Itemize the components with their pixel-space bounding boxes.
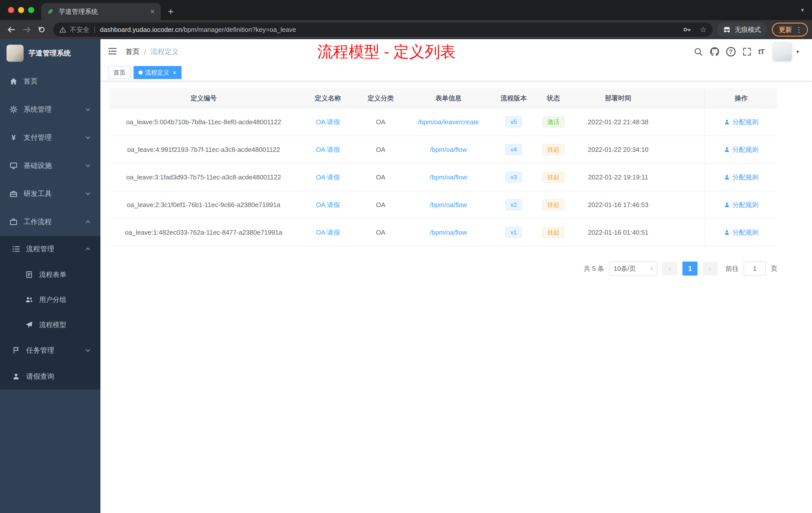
assign-rule-link[interactable]: 分配规则 <box>724 228 758 237</box>
next-page-button[interactable]: › <box>702 262 718 276</box>
table-row: oa_leave:1:482ec033-762a-11ec-8477-a2380… <box>110 219 777 246</box>
form-link[interactable]: /bpm/oa/flow <box>430 201 467 209</box>
chevron-down-icon <box>85 191 91 197</box>
sidebar-item-label: 流程管理 <box>26 244 54 254</box>
definition-name-link[interactable]: OA 请假 <box>316 201 340 209</box>
definition-name-link[interactable]: OA 请假 <box>316 118 340 126</box>
form-link[interactable]: /bpm/oa/flow <box>430 146 467 154</box>
sidebar-item-process-management[interactable]: 流程管理 <box>0 236 100 262</box>
window-zoom-button[interactable] <box>28 7 34 13</box>
password-key-icon[interactable] <box>683 25 691 34</box>
assign-rule-link[interactable]: 分配规则 <box>724 201 758 209</box>
tab-close-icon[interactable]: × <box>149 7 156 16</box>
cell-category: OA <box>358 109 403 135</box>
incognito-icon <box>723 25 731 34</box>
cell-deploy-time: 2022-01-16 01:40:51 <box>573 219 663 246</box>
cell-filler <box>663 136 704 163</box>
sidebar-item-dev-tools[interactable]: 研发工具 <box>0 180 100 208</box>
sidebar-item-home[interactable]: 首页 <box>0 67 100 95</box>
incognito-badge: 无痕模式 <box>717 23 767 37</box>
home-icon <box>9 77 18 85</box>
fullscreen-icon[interactable] <box>742 47 752 57</box>
definition-name-link[interactable]: OA 请假 <box>316 228 340 237</box>
window-close-button[interactable] <box>8 7 14 13</box>
assign-rule-label: 分配规则 <box>732 228 758 237</box>
sidebar-toggle-icon[interactable] <box>108 46 118 57</box>
status-badge: 激活 <box>542 117 564 127</box>
document-icon <box>25 271 33 279</box>
sidebar-item-label: 系统管理 <box>24 105 52 114</box>
sidebar-item-infrastructure[interactable]: 基础设施 <box>0 152 100 180</box>
help-icon[interactable]: ? <box>726 47 736 57</box>
sidebar-item-process-models[interactable]: 流程模型 <box>0 312 100 337</box>
table-row: oa_leave:5:004b710b-7b8a-11ec-8ef0-acde4… <box>110 109 777 136</box>
sidebar-item-workflow[interactable]: 工作流程 <box>0 208 100 236</box>
status-badge: 挂起 <box>542 227 564 238</box>
top-navbar: 首页 / 流程定义 流程模型 - 定义列表 ? tT ▾ <box>100 39 812 64</box>
prev-page-button[interactable]: ‹ <box>662 262 677 276</box>
page-1-button[interactable]: 1 <box>683 262 697 276</box>
column-header-filler <box>663 88 704 108</box>
cell-definition-id: oa_leave:3:1fad3d93-7b75-11ec-a3c8-acde4… <box>110 163 298 191</box>
form-link[interactable]: /bpm/oa/leave/create <box>418 118 479 126</box>
cell-filler <box>663 191 704 218</box>
definition-table: 定义编号 定义名称 定义分类 表单信息 流程版本 状态 部署时间 操作 oa_l… <box>110 88 777 246</box>
back-button[interactable] <box>4 22 19 37</box>
update-chrome-button[interactable]: 更新 ⋮ <box>772 23 808 37</box>
sidebar-item-leave-query[interactable]: 请假查询 <box>0 363 100 390</box>
form-link[interactable]: /bpm/oa/flow <box>430 174 467 181</box>
cell-category: OA <box>358 191 403 218</box>
security-label: 不安全 <box>70 25 89 34</box>
form-link[interactable]: /bpm/oa/flow <box>430 229 467 236</box>
table-row: oa_leave:2:3c1f0ef1-76b1-11ec-9c66-a2380… <box>110 191 777 219</box>
tab-search-icon[interactable]: ▾ <box>801 6 804 13</box>
tag-close-icon[interactable]: × <box>173 69 176 77</box>
sidebar-item-task-management[interactable]: 任务管理 <box>0 337 100 363</box>
version-badge: v1 <box>505 227 522 238</box>
breadcrumb: 首页 / 流程定义 <box>125 47 179 57</box>
tag-home[interactable]: 首页 <box>109 66 130 79</box>
font-size-icon[interactable]: tT <box>758 48 764 56</box>
window-minimize-button[interactable] <box>18 7 24 13</box>
definition-name-link[interactable]: OA 请假 <box>316 173 340 182</box>
definition-name-link[interactable]: OA 请假 <box>316 145 340 154</box>
tag-process-definition[interactable]: 流程定义 × <box>134 66 181 79</box>
breadcrumb-home[interactable]: 首页 <box>125 47 140 57</box>
assign-rule-link[interactable]: 分配规则 <box>724 145 758 154</box>
goto-label: 前往 <box>726 264 739 273</box>
chevron-down-icon <box>85 107 91 113</box>
assign-rule-link[interactable]: 分配规则 <box>724 118 758 126</box>
table-row: oa_leave:3:1fad3d93-7b75-11ec-a3c8-acde4… <box>110 163 777 191</box>
bookmark-star-icon[interactable]: ☆ <box>700 26 706 33</box>
sidebar-item-system-management[interactable]: 系统管理 <box>0 95 100 123</box>
github-icon[interactable] <box>709 47 720 57</box>
reload-button[interactable] <box>34 22 49 37</box>
column-header-form: 表单信息 <box>403 88 494 108</box>
user-avatar[interactable] <box>773 42 792 61</box>
table-row: oa_leave:4:991f2193-7b7f-11ec-a3c8-acde4… <box>110 136 777 163</box>
tag-label: 首页 <box>114 68 125 77</box>
person-icon <box>724 147 730 153</box>
new-tab-button[interactable]: + <box>164 4 178 19</box>
page-size-select[interactable]: 10条/页 ▾ <box>609 262 657 276</box>
forward-button[interactable] <box>19 22 34 37</box>
sidebar-item-user-groups[interactable]: 用户分组 <box>0 287 100 312</box>
tag-label: 流程定义 <box>145 68 169 77</box>
assign-rule-label: 分配规则 <box>732 173 758 182</box>
goto-page-input[interactable] <box>744 262 766 276</box>
user-menu-caret-icon[interactable]: ▾ <box>796 49 799 55</box>
assign-rule-label: 分配规则 <box>732 201 758 209</box>
address-bar[interactable]: 不安全 dashboard.yudao.iocoder.cn/bpm/manag… <box>53 23 713 37</box>
browser-tab[interactable]: 芋道管理系统 × <box>41 3 161 20</box>
sidebar-item-payment-management[interactable]: ¥ 支付管理 <box>0 123 100 152</box>
sidebar-item-label: 请假查询 <box>26 372 54 381</box>
url-domain: dashboard.yudao.iocoder.cn <box>100 26 182 33</box>
page-size-value: 10条/页 <box>614 264 636 273</box>
omnibox-divider <box>94 26 95 33</box>
browser-menu-dots-icon[interactable]: ⋮ <box>795 26 803 34</box>
assign-rule-link[interactable]: 分配规则 <box>724 173 758 182</box>
sidebar-item-label: 支付管理 <box>24 133 52 142</box>
sidebar-item-process-forms[interactable]: 流程表单 <box>0 262 100 287</box>
status-badge: 挂起 <box>542 172 564 183</box>
search-icon[interactable] <box>694 47 703 57</box>
